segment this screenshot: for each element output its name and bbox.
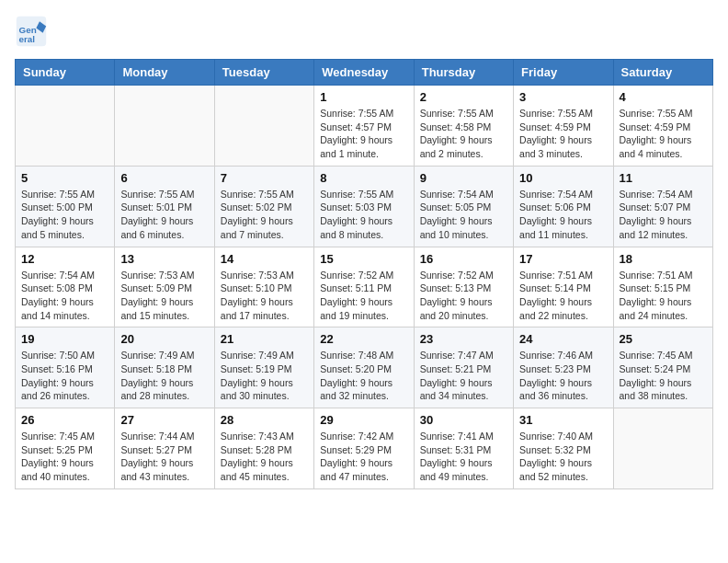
day-cell: 13Sunrise: 7:53 AM Sunset: 5:09 PM Dayli…	[115, 247, 214, 327]
day-number: 23	[420, 332, 507, 346]
day-number: 14	[221, 252, 308, 266]
day-cell: 28Sunrise: 7:43 AM Sunset: 5:28 PM Dayli…	[214, 408, 313, 489]
week-row-3: 12Sunrise: 7:54 AM Sunset: 5:08 PM Dayli…	[16, 247, 713, 327]
day-cell	[16, 86, 115, 167]
day-number: 15	[320, 252, 407, 266]
day-info: Sunrise: 7:55 AM Sunset: 5:00 PM Dayligh…	[21, 188, 108, 242]
day-info: Sunrise: 7:45 AM Sunset: 5:24 PM Dayligh…	[620, 349, 707, 403]
day-info: Sunrise: 7:47 AM Sunset: 5:21 PM Dayligh…	[420, 349, 507, 403]
day-cell: 18Sunrise: 7:51 AM Sunset: 5:15 PM Dayli…	[613, 247, 712, 327]
day-number: 19	[21, 332, 108, 346]
weekday-saturday: Saturday	[613, 60, 712, 86]
day-number: 30	[420, 413, 507, 427]
day-cell: 27Sunrise: 7:44 AM Sunset: 5:27 PM Dayli…	[115, 408, 214, 489]
day-info: Sunrise: 7:50 AM Sunset: 5:16 PM Dayligh…	[21, 349, 108, 403]
weekday-monday: Monday	[115, 60, 214, 86]
day-info: Sunrise: 7:55 AM Sunset: 4:58 PM Dayligh…	[420, 107, 507, 161]
day-info: Sunrise: 7:55 AM Sunset: 5:01 PM Dayligh…	[120, 188, 208, 242]
day-cell: 6Sunrise: 7:55 AM Sunset: 5:01 PM Daylig…	[115, 166, 214, 247]
day-cell: 29Sunrise: 7:42 AM Sunset: 5:29 PM Dayli…	[314, 408, 414, 489]
day-number: 9	[420, 171, 507, 185]
week-row-5: 26Sunrise: 7:45 AM Sunset: 5:25 PM Dayli…	[16, 408, 713, 489]
day-info: Sunrise: 7:52 AM Sunset: 5:11 PM Dayligh…	[320, 269, 407, 323]
day-info: Sunrise: 7:46 AM Sunset: 5:23 PM Dayligh…	[519, 349, 607, 403]
day-cell: 17Sunrise: 7:51 AM Sunset: 5:14 PM Dayli…	[514, 247, 613, 327]
day-cell: 3Sunrise: 7:55 AM Sunset: 4:59 PM Daylig…	[514, 86, 613, 167]
day-info: Sunrise: 7:44 AM Sunset: 5:27 PM Dayligh…	[120, 430, 208, 484]
day-cell: 19Sunrise: 7:50 AM Sunset: 5:16 PM Dayli…	[16, 327, 115, 408]
weekday-wednesday: Wednesday	[314, 60, 414, 86]
calendar-body: 1Sunrise: 7:55 AM Sunset: 4:57 PM Daylig…	[16, 86, 713, 489]
week-row-2: 5Sunrise: 7:55 AM Sunset: 5:00 PM Daylig…	[16, 166, 713, 247]
day-info: Sunrise: 7:54 AM Sunset: 5:07 PM Dayligh…	[620, 188, 707, 242]
day-info: Sunrise: 7:51 AM Sunset: 5:14 PM Dayligh…	[519, 269, 607, 323]
day-info: Sunrise: 7:41 AM Sunset: 5:31 PM Dayligh…	[420, 430, 507, 484]
day-cell: 26Sunrise: 7:45 AM Sunset: 5:25 PM Dayli…	[16, 408, 115, 489]
day-cell: 9Sunrise: 7:54 AM Sunset: 5:05 PM Daylig…	[414, 166, 513, 247]
day-number: 10	[519, 171, 607, 185]
weekday-sunday: Sunday	[16, 60, 115, 86]
day-cell: 5Sunrise: 7:55 AM Sunset: 5:00 PM Daylig…	[16, 166, 115, 247]
week-row-4: 19Sunrise: 7:50 AM Sunset: 5:16 PM Dayli…	[16, 327, 713, 408]
day-number: 29	[320, 413, 407, 427]
day-info: Sunrise: 7:54 AM Sunset: 5:06 PM Dayligh…	[519, 188, 607, 242]
day-number: 11	[620, 171, 707, 185]
day-number: 16	[420, 252, 507, 266]
day-number: 26	[21, 413, 108, 427]
day-info: Sunrise: 7:55 AM Sunset: 4:57 PM Dayligh…	[320, 107, 407, 161]
day-cell: 14Sunrise: 7:53 AM Sunset: 5:10 PM Dayli…	[214, 247, 313, 327]
day-number: 3	[519, 90, 607, 104]
day-info: Sunrise: 7:55 AM Sunset: 5:03 PM Dayligh…	[320, 188, 407, 242]
weekday-thursday: Thursday	[414, 60, 513, 86]
day-cell: 25Sunrise: 7:45 AM Sunset: 5:24 PM Dayli…	[613, 327, 712, 408]
logo: Gen eral	[15, 15, 53, 48]
day-info: Sunrise: 7:53 AM Sunset: 5:10 PM Dayligh…	[221, 269, 308, 323]
calendar-table: SundayMondayTuesdayWednesdayThursdayFrid…	[15, 59, 713, 489]
day-cell: 24Sunrise: 7:46 AM Sunset: 5:23 PM Dayli…	[514, 327, 613, 408]
day-info: Sunrise: 7:54 AM Sunset: 5:08 PM Dayligh…	[21, 269, 108, 323]
day-info: Sunrise: 7:43 AM Sunset: 5:28 PM Dayligh…	[221, 430, 308, 484]
day-cell: 16Sunrise: 7:52 AM Sunset: 5:13 PM Dayli…	[414, 247, 513, 327]
day-info: Sunrise: 7:55 AM Sunset: 5:02 PM Dayligh…	[221, 188, 308, 242]
day-number: 2	[420, 90, 507, 104]
day-number: 5	[21, 171, 108, 185]
day-number: 7	[221, 171, 308, 185]
day-cell: 23Sunrise: 7:47 AM Sunset: 5:21 PM Dayli…	[414, 327, 513, 408]
day-cell: 11Sunrise: 7:54 AM Sunset: 5:07 PM Dayli…	[613, 166, 712, 247]
day-info: Sunrise: 7:45 AM Sunset: 5:25 PM Dayligh…	[21, 430, 108, 484]
day-number: 12	[21, 252, 108, 266]
day-info: Sunrise: 7:52 AM Sunset: 5:13 PM Dayligh…	[420, 269, 507, 323]
day-cell: 15Sunrise: 7:52 AM Sunset: 5:11 PM Dayli…	[314, 247, 414, 327]
day-info: Sunrise: 7:49 AM Sunset: 5:19 PM Dayligh…	[221, 349, 308, 403]
day-number: 20	[120, 332, 208, 346]
day-cell	[214, 86, 313, 167]
day-number: 18	[620, 252, 707, 266]
day-cell: 31Sunrise: 7:40 AM Sunset: 5:32 PM Dayli…	[514, 408, 613, 489]
svg-text:eral: eral	[19, 34, 36, 44]
day-cell	[115, 86, 214, 167]
day-cell: 20Sunrise: 7:49 AM Sunset: 5:18 PM Dayli…	[115, 327, 214, 408]
week-row-1: 1Sunrise: 7:55 AM Sunset: 4:57 PM Daylig…	[16, 86, 713, 167]
day-cell	[613, 408, 712, 489]
page-header: Gen eral	[15, 15, 713, 48]
day-cell: 8Sunrise: 7:55 AM Sunset: 5:03 PM Daylig…	[314, 166, 414, 247]
day-cell: 10Sunrise: 7:54 AM Sunset: 5:06 PM Dayli…	[514, 166, 613, 247]
day-number: 28	[221, 413, 308, 427]
day-cell: 1Sunrise: 7:55 AM Sunset: 4:57 PM Daylig…	[314, 86, 414, 167]
day-number: 17	[519, 252, 607, 266]
day-number: 27	[120, 413, 208, 427]
day-info: Sunrise: 7:49 AM Sunset: 5:18 PM Dayligh…	[120, 349, 208, 403]
day-number: 13	[120, 252, 208, 266]
day-cell: 21Sunrise: 7:49 AM Sunset: 5:19 PM Dayli…	[214, 327, 313, 408]
weekday-tuesday: Tuesday	[214, 60, 313, 86]
day-number: 6	[120, 171, 208, 185]
day-cell: 22Sunrise: 7:48 AM Sunset: 5:20 PM Dayli…	[314, 327, 414, 408]
logo-icon: Gen eral	[15, 15, 48, 48]
day-number: 25	[620, 332, 707, 346]
day-info: Sunrise: 7:51 AM Sunset: 5:15 PM Dayligh…	[620, 269, 707, 323]
day-info: Sunrise: 7:48 AM Sunset: 5:20 PM Dayligh…	[320, 349, 407, 403]
day-info: Sunrise: 7:55 AM Sunset: 4:59 PM Dayligh…	[519, 107, 607, 161]
day-info: Sunrise: 7:42 AM Sunset: 5:29 PM Dayligh…	[320, 430, 407, 484]
day-cell: 12Sunrise: 7:54 AM Sunset: 5:08 PM Dayli…	[16, 247, 115, 327]
day-info: Sunrise: 7:54 AM Sunset: 5:05 PM Dayligh…	[420, 188, 507, 242]
